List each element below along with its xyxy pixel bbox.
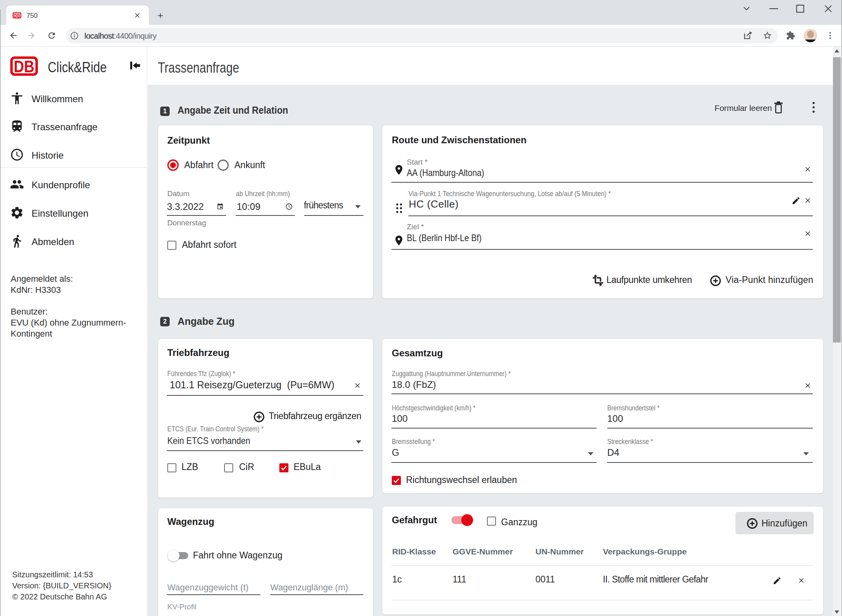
svg-text:DB: DB <box>14 57 34 76</box>
svg-text:DB: DB <box>14 13 20 19</box>
